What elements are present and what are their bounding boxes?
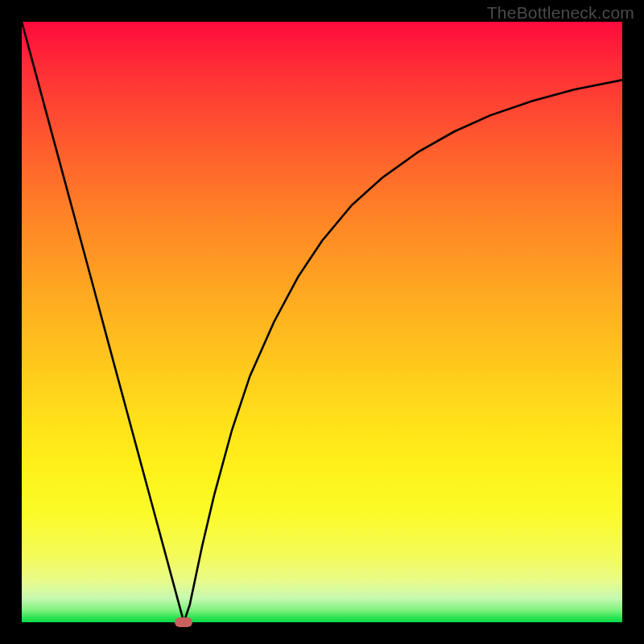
chart-frame: TheBottleneck.com <box>0 0 644 644</box>
optimal-point-marker <box>175 617 192 627</box>
plot-area <box>22 22 622 622</box>
curve-path <box>22 22 622 622</box>
bottleneck-curve <box>22 22 622 622</box>
watermark-text: TheBottleneck.com <box>487 3 634 23</box>
